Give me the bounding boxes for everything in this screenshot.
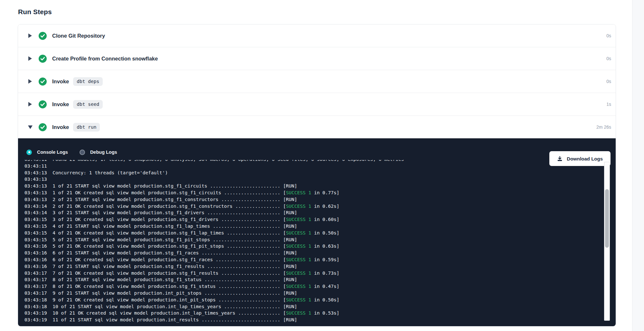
debug-logs-label[interactable]: Debug Logs	[90, 150, 117, 155]
step-label: Clone Git Repository	[52, 33, 105, 39]
step-label: Invoke	[52, 101, 69, 107]
log-line: 03:43:18 9 of 21 OK created sql view mod…	[24, 297, 603, 303]
step-duration: 2m 26s	[596, 124, 611, 130]
log-success-token: SUCCESS 1	[286, 230, 311, 235]
log-line: 03:43:16 5 of 21 OK created sql view mod…	[24, 243, 603, 250]
log-line: 03:43:14 2 of 21 OK created sql view mod…	[24, 203, 603, 210]
log-line: 03:43:13	[24, 176, 603, 183]
log-line: 03:43:19 11 of 21 START sql view model p…	[24, 317, 603, 323]
log-line: 03:43:11	[24, 163, 603, 170]
success-check-icon	[39, 55, 47, 63]
log-line: 03:43:16 6 of 21 START sql view model pr…	[24, 250, 603, 256]
step-duration: 0s	[606, 33, 611, 38]
log-line: 03:43:16 7 of 21 START sql view model pr…	[24, 263, 603, 270]
radio-unselected-icon[interactable]	[80, 150, 85, 155]
log-line: 03:43:15 4 of 21 OK created sql view mod…	[24, 230, 603, 236]
log-success-token: SUCCESS 1	[286, 257, 311, 262]
log-line: 03:43:13 1 of 21 START sql view model pr…	[24, 183, 603, 189]
log-line: 03:43:17 7 of 21 OK created sql view mod…	[24, 270, 603, 277]
log-success-token: SUCCESS 1	[286, 190, 311, 195]
chevron-right-icon[interactable]	[28, 102, 32, 106]
chevron-right-icon[interactable]	[28, 33, 32, 38]
log-line: 03:43:14 3 of 21 START sql view model pr…	[24, 209, 603, 216]
step-row[interactable]: Invokedbt deps0s	[18, 70, 616, 93]
console-logs-label[interactable]: Console Logs	[37, 150, 68, 155]
log-panel-header: Console Logs Debug Logs Download Logs	[18, 145, 616, 160]
chevron-down-icon[interactable]	[28, 125, 32, 129]
log-line: 03:43:19 10 of 21 OK created sql view mo…	[24, 310, 603, 317]
log-success-token: SUCCESS 1	[286, 244, 311, 249]
log-success-token: SUCCESS 1	[286, 310, 311, 316]
step-command-badge: dbt seed	[73, 100, 103, 109]
log-output: 03:43:11 Found 21 models, 17 tests, 0 sn…	[24, 160, 603, 323]
log-success-token: SUCCESS 1	[286, 297, 311, 302]
step-duration: 1s	[606, 102, 611, 107]
log-scroll-area[interactable]: 03:43:11 Found 21 models, 17 tests, 0 sn…	[18, 160, 603, 326]
debug-logs-radio[interactable]: Debug Logs	[80, 150, 117, 155]
log-line: 03:43:17 9 of 21 START sql view model pr…	[24, 290, 603, 297]
success-check-icon	[39, 78, 47, 86]
log-line: 03:43:11 Found 21 models, 17 tests, 0 sn…	[24, 160, 603, 163]
log-line: 03:43:15 3 of 21 OK created sql view mod…	[24, 216, 603, 223]
page-title: Run Steps	[18, 8, 52, 16]
step-label: Invoke	[52, 78, 69, 85]
log-success-token: SUCCESS 1	[286, 217, 311, 222]
right-page-rail	[632, 0, 644, 331]
log-success-token: SUCCESS 1	[286, 204, 311, 209]
log-scrollbar-thumb[interactable]	[605, 189, 609, 248]
log-success-token: SUCCESS 1	[286, 271, 311, 276]
success-check-icon	[39, 100, 47, 108]
log-line: 03:43:13 1 of 21 OK created sql view mod…	[24, 189, 603, 196]
success-check-icon	[39, 32, 47, 40]
success-check-icon	[39, 123, 47, 131]
chevron-right-icon[interactable]	[28, 56, 32, 61]
chevron-right-icon[interactable]	[28, 79, 32, 84]
log-line: 03:43:15 5 of 21 START sql view model pr…	[24, 236, 603, 243]
log-success-token: SUCCESS 1	[286, 284, 311, 289]
radio-selected-icon[interactable]	[26, 150, 32, 155]
step-label: Create Profile from Connection snowflake	[52, 56, 158, 62]
log-panel: Console Logs Debug Logs Download Logs 03…	[18, 138, 616, 326]
step-row[interactable]: Clone Git Repository0s	[18, 24, 616, 47]
step-row[interactable]: Invokedbt run2m 26s	[18, 116, 616, 138]
log-line: 03:43:18 10 of 21 START sql view model p…	[24, 303, 603, 310]
step-row[interactable]: Create Profile from Connection snowflake…	[18, 47, 616, 70]
log-line: 03:43:13 Concurrency: 1 threads (target=…	[24, 170, 603, 176]
step-command-badge: dbt deps	[73, 77, 103, 86]
run-steps-card: Clone Git Repository0sCreate Profile fro…	[18, 24, 616, 326]
console-logs-radio[interactable]: Console Logs	[26, 150, 68, 155]
run-steps-list: Clone Git Repository0sCreate Profile fro…	[18, 24, 616, 138]
step-duration: 0s	[606, 56, 611, 61]
log-line: 03:43:17 8 of 21 START sql view model pr…	[24, 276, 603, 283]
step-duration: 0s	[606, 79, 611, 84]
log-line: 03:43:13 2 of 21 START sql view model pr…	[24, 196, 603, 203]
step-row[interactable]: Invokedbt seed1s	[18, 93, 616, 116]
log-line: 03:43:15 4 of 21 START sql view model pr…	[24, 223, 603, 230]
log-line: 03:43:16 6 of 21 OK created sql view mod…	[24, 256, 603, 263]
log-line: 03:43:17 8 of 21 OK created sql view mod…	[24, 283, 603, 290]
step-label: Invoke	[52, 124, 69, 130]
step-command-badge: dbt run	[73, 123, 100, 132]
